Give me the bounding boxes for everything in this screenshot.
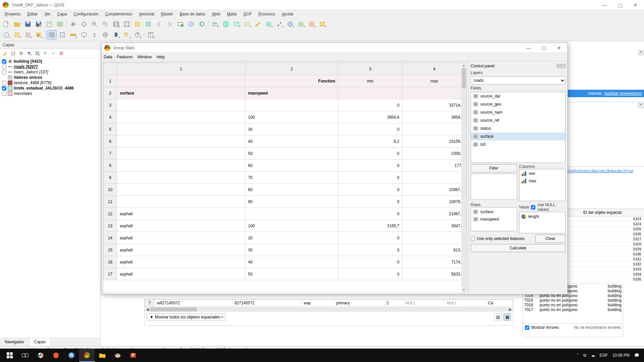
- refresh-button[interactable]: [197, 19, 207, 29]
- panel-close-icon-2[interactable]: ✕: [639, 103, 643, 108]
- spatial-id-row[interactable]: 5328: [560, 242, 644, 247]
- menu-complementos[interactable]: Complementos: [102, 11, 136, 17]
- layer-styling-button[interactable]: [1, 50, 9, 57]
- clear-button[interactable]: Clear: [535, 235, 566, 243]
- wfs-button[interactable]: [296, 19, 306, 29]
- field-item[interactable]: surface: [471, 132, 565, 140]
- spatial-id-row[interactable]: 5326: [560, 232, 644, 237]
- layer-item[interactable]: limite_estadual_JALISCO_4486: [1, 85, 99, 91]
- log-row[interactable]: 7016punto no en polígonobuilding: [523, 303, 623, 307]
- layer-visibility-button[interactable]: [34, 50, 41, 57]
- explorer-taskbar-icon[interactable]: [95, 349, 110, 362]
- annotation-button[interactable]: T: [146, 30, 156, 40]
- layout-manager-button[interactable]: [55, 19, 65, 29]
- add-vector-button[interactable]: [231, 19, 241, 29]
- calculate-button[interactable]: Calculate: [471, 244, 566, 252]
- layers-select[interactable]: roads: [471, 76, 566, 84]
- powerpoint-taskbar-icon[interactable]: P: [125, 349, 141, 362]
- temp-path-link[interactable]: EBFlvW\e81e6e148a7e4c2fb4bed0c707dd: [560, 167, 644, 175]
- col-3-header[interactable]: 3: [338, 63, 402, 75]
- spatial-id-row[interactable]: 5330: [560, 252, 644, 257]
- select-by-value-button[interactable]: ε: [34, 30, 44, 40]
- result-row[interactable]: 6406,215159,9: [104, 135, 467, 147]
- rows-box[interactable]: surfacemaxspeed: [471, 207, 517, 231]
- field-item[interactable]: source_nam: [471, 108, 565, 116]
- field-calc-button[interactable]: [57, 30, 67, 40]
- panel-float-icon[interactable]: ◱: [557, 64, 561, 68]
- field-item[interactable]: source_geo: [471, 100, 565, 108]
- add-feature-button[interactable]: [264, 19, 274, 29]
- zoom-out-button[interactable]: [100, 19, 110, 29]
- show-all-features-button[interactable]: ▼Mostrar todos los objetos espaciales▾: [147, 313, 226, 321]
- menu-ver[interactable]: Ver: [41, 11, 54, 17]
- maximize-button[interactable]: ▢: [612, 0, 628, 10]
- zoom-last-button[interactable]: [154, 19, 164, 29]
- new-project-button[interactable]: [1, 19, 11, 29]
- pan-button[interactable]: [68, 19, 78, 29]
- menu-editar[interactable]: Editar: [24, 11, 41, 17]
- layer-visibility-checkbox[interactable]: [2, 92, 6, 96]
- menu-vectorial[interactable]: Vectorial: [136, 11, 158, 17]
- open-attr-table-button[interactable]: [47, 30, 57, 40]
- layer-item[interactable]: mexstates: [1, 91, 99, 96]
- spatial-id-row[interactable]: 5325: [560, 227, 644, 232]
- column-item[interactable]: max: [520, 177, 565, 185]
- tab-capas[interactable]: Capas: [30, 338, 51, 346]
- result-row[interactable]: 1190010876,2: [104, 196, 467, 208]
- zoom-layer-button[interactable]: [143, 19, 153, 29]
- result-row[interactable]: 1080015967,6: [104, 184, 467, 196]
- layer-item[interactable]: landuse_4486 [6778]: [1, 80, 99, 85]
- new-3d-view-button[interactable]: [186, 19, 196, 29]
- result-row[interactable]: 12asphalt021967,2: [104, 208, 467, 220]
- layer-visibility-checkbox[interactable]: [2, 81, 6, 85]
- manage-themes-button[interactable]: [17, 50, 25, 57]
- language-indicator[interactable]: ESP: [600, 353, 608, 358]
- result-row[interactable]: 16asphalt4007174,3: [104, 256, 467, 268]
- brave-taskbar-icon[interactable]: [48, 349, 64, 362]
- zoom-in-button[interactable]: [90, 19, 100, 29]
- zoom-full-button[interactable]: [122, 19, 132, 29]
- field-item[interactable]: source_dat: [471, 92, 565, 100]
- fields-listbox[interactable]: source_datsource_geosource_namsource_ref…: [471, 92, 566, 163]
- spatial-id-row[interactable]: 5333: [560, 267, 644, 272]
- layer-item[interactable]: rivers_Jalisco [107]: [1, 69, 99, 75]
- panel-close-icon[interactable]: ✕: [561, 64, 566, 68]
- layer-item[interactable]: building [5423]: [1, 59, 99, 64]
- result-row[interactable]: 15asphalt300613,5: [104, 244, 467, 256]
- spatial-id-row[interactable]: 5327: [560, 237, 644, 242]
- menu-base de datos[interactable]: Base de datos: [176, 11, 209, 17]
- filter-legend-button[interactable]: [25, 50, 33, 57]
- save-project-button[interactable]: [23, 19, 33, 29]
- menu-scp[interactable]: SCP: [240, 11, 255, 17]
- zoom-selection-button[interactable]: [132, 19, 143, 29]
- menu-ayuda[interactable]: Ayuda: [278, 11, 297, 17]
- qgis-taskbar-icon[interactable]: [79, 349, 95, 362]
- menu-proyecto[interactable]: Proyecto: [1, 11, 24, 17]
- spatial-id-row[interactable]: 5332: [560, 262, 644, 267]
- col-4-header[interactable]: 4: [402, 63, 466, 75]
- table-view-button[interactable]: ▦: [503, 313, 511, 321]
- identify-button[interactable]: i: [1, 30, 11, 40]
- result-row[interactable]: 13asphalt1003155,73947,7: [104, 220, 467, 232]
- layer-tree[interactable]: building [5423]roads [5207]rivers_Jalisc…: [0, 58, 100, 199]
- groupstats-results-table[interactable]: 1 2 3 4 1Functionminmax 2surfacemaxspeed…: [103, 62, 467, 293]
- panel-close-icon[interactable]: ✕: [639, 50, 643, 55]
- task-view-button[interactable]: [17, 349, 33, 362]
- tray-chevron-icon[interactable]: ˄: [577, 353, 579, 358]
- db-manager-button[interactable]: [221, 19, 231, 29]
- col-2-header[interactable]: 2: [245, 63, 338, 75]
- digitize-button[interactable]: [274, 19, 284, 29]
- menu-web[interactable]: Web: [209, 11, 223, 17]
- open-project-button[interactable]: [12, 19, 22, 29]
- minimize-button[interactable]: —: [597, 0, 612, 10]
- use-selected-checkbox[interactable]: [471, 237, 475, 241]
- layer-item[interactable]: roads [5207]: [1, 64, 99, 69]
- show-errors-checkbox[interactable]: [525, 325, 529, 330]
- gs-menu-features[interactable]: Features: [117, 55, 132, 59]
- result-row[interactable]: 53000: [104, 123, 467, 135]
- layer-item[interactable]: Valores únicos: [1, 75, 99, 80]
- row-item[interactable]: maxspeed: [472, 216, 516, 223]
- menu-ráster[interactable]: Ráster: [158, 11, 176, 17]
- layer-visibility-checkbox[interactable]: [2, 86, 6, 90]
- vector-new-button[interactable]: V: [210, 19, 220, 29]
